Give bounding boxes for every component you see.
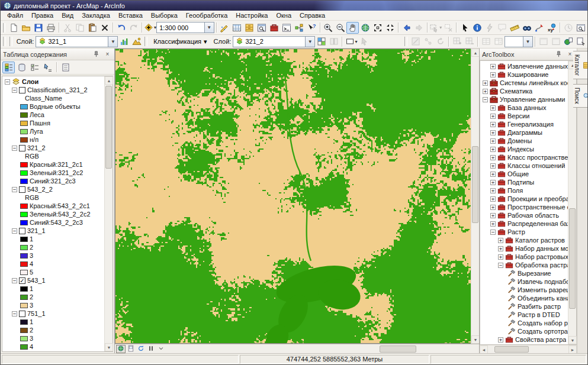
map-scale-combo[interactable]: 1:300 000▼: [156, 22, 214, 33]
legend-item-class1[interactable]: 1: [2, 285, 104, 293]
add-data-button[interactable]: ▾: [144, 22, 156, 34]
chevron-down-icon[interactable]: ▼: [523, 37, 532, 47]
toc-field-class-name[interactable]: Class_Name: [2, 94, 104, 102]
arctoolbox-scrollbar[interactable]: ▲ ▼: [568, 61, 576, 344]
toc-field-rgb[interactable]: RGB: [2, 193, 104, 202]
arctoolbox-node-0[interactable]: +Извлечение данных: [480, 62, 568, 70]
arctoolbox-horizontal-scrollbar[interactable]: ◄ ►: [480, 345, 577, 353]
menu-item-edit[interactable]: Правка: [27, 11, 57, 20]
arctoolbox-node-19[interactable]: +Распределенная база гео: [480, 219, 568, 228]
toc-layer-classification-321-2[interactable]: −Classification_321_2: [2, 86, 104, 94]
legend-item-class3[interactable]: 3: [2, 301, 104, 309]
find-button[interactable]: [520, 22, 533, 34]
arctoolbox-node-15[interactable]: +Поля: [480, 186, 568, 195]
expand-icon[interactable]: +: [490, 138, 496, 144]
arctoolbox-node-14[interactable]: +Подтипы: [480, 178, 568, 186]
editor-toolbar-button[interactable]: [219, 22, 231, 34]
catalog-window-button[interactable]: [243, 22, 256, 34]
legend-item-class2[interactable]: 2: [2, 293, 104, 301]
layer-checkbox[interactable]: [19, 145, 25, 151]
layer-checkbox[interactable]: [19, 228, 25, 234]
list-by-source-button[interactable]: [15, 62, 28, 73]
scroll-up-icon[interactable]: ▲: [471, 49, 480, 57]
legend-swatch[interactable]: [20, 336, 28, 341]
legend-item-red-band[interactable]: Красный:321_2c1: [2, 160, 104, 169]
model-builder-button[interactable]: [293, 22, 306, 34]
expand-icon[interactable]: +: [490, 105, 496, 111]
whats-this-button[interactable]: ?: [306, 22, 318, 34]
menu-item-help[interactable]: Справка: [295, 11, 329, 20]
effects-contrast-button[interactable]: [130, 35, 143, 47]
legend-item-class4[interactable]: 4: [2, 260, 104, 268]
draw-rectangle-button[interactable]: ▾: [344, 35, 358, 47]
legend-item-green-band[interactable]: Зеленый:543_2_2c2: [2, 210, 104, 218]
arctoolbox-window-button[interactable]: [268, 22, 281, 34]
legend-swatch[interactable]: [20, 303, 28, 308]
fixed-zoom-in-button[interactable]: [371, 22, 384, 34]
collapse-icon[interactable]: −: [483, 97, 488, 102]
go-back-extent-button[interactable]: [400, 22, 413, 34]
arctoolbox-node-12[interactable]: +Классы отношений: [480, 161, 568, 170]
collapse-icon[interactable]: −: [498, 263, 503, 268]
arctoolbox-node-29[interactable]: Разбить растр: [480, 302, 568, 311]
toc-layer-751-1[interactable]: −751_1: [2, 309, 104, 318]
viewer-tool-button-3[interactable]: [562, 35, 574, 47]
view-overflow-button[interactable]: [156, 345, 166, 353]
legend-swatch[interactable]: [20, 129, 28, 134]
map-vertical-scrollbar[interactable]: ▲ ▼: [471, 49, 479, 344]
expand-icon[interactable]: +: [490, 188, 496, 193]
identify-button[interactable]: [471, 22, 483, 34]
measure-button[interactable]: [508, 22, 520, 34]
legend-item-class1[interactable]: 1: [2, 318, 104, 326]
layer-checkbox[interactable]: ✓: [19, 277, 25, 284]
legend-item-class3[interactable]: 3: [2, 251, 104, 260]
expand-icon[interactable]: +: [490, 72, 496, 77]
pin-icon[interactable]: [92, 50, 101, 59]
expand-icon[interactable]: +: [490, 114, 496, 119]
scroll-down-icon[interactable]: ▼: [471, 335, 480, 344]
save-button[interactable]: [32, 22, 44, 34]
expand-icon[interactable]: +: [490, 64, 496, 69]
legend-swatch[interactable]: [20, 270, 28, 275]
arctoolbox-node-13[interactable]: +Общие: [480, 170, 568, 178]
arctoolbox-node-22[interactable]: +Набор данных мозаик: [480, 244, 568, 253]
map-horizontal-scrollbar[interactable]: [169, 345, 479, 353]
paste-button[interactable]: [86, 22, 98, 34]
legend-swatch[interactable]: [20, 104, 28, 109]
arctoolbox-node-5[interactable]: +База данных: [480, 104, 568, 112]
toolbar-grip[interactable]: [3, 23, 5, 33]
arctoolbox-node-24[interactable]: −Обработка растра: [480, 261, 568, 269]
legend-item-class2[interactable]: 2: [2, 326, 104, 334]
zoom-in-button[interactable]: [322, 22, 334, 34]
collapse-icon[interactable]: −: [12, 278, 17, 283]
legend-swatch[interactable]: [20, 179, 28, 184]
map-canvas[interactable]: [115, 49, 471, 343]
pause-drawing-button[interactable]: [146, 345, 156, 353]
toc-layer-321-1[interactable]: −321_1: [2, 227, 104, 235]
list-by-visibility-button[interactable]: [28, 62, 41, 73]
arctoolbox-node-18[interactable]: +Рабочая область: [480, 211, 568, 219]
zoom-out-button[interactable]: [334, 22, 346, 34]
legend-swatch[interactable]: [20, 121, 28, 126]
refresh-view-button[interactable]: [136, 345, 146, 353]
legend-item-water[interactable]: Водные объекты: [2, 102, 104, 111]
legend-swatch[interactable]: [20, 112, 28, 118]
toolbar-grip[interactable]: [3, 37, 6, 46]
arctoolbox-node-30[interactable]: Растр в DTED: [480, 311, 568, 319]
open-button[interactable]: [20, 22, 32, 34]
pin-icon[interactable]: [554, 50, 563, 59]
arctoolbox-node-33[interactable]: +Свойства растра: [480, 335, 568, 344]
collapse-icon[interactable]: −: [5, 79, 10, 85]
classification-grid-button[interactable]: [315, 35, 327, 47]
menu-item-geoprocessing[interactable]: Геообработка: [182, 11, 232, 20]
close-icon[interactable]: ×: [103, 50, 112, 59]
collapse-icon[interactable]: −: [12, 88, 17, 93]
expand-icon[interactable]: +: [498, 337, 503, 343]
data-view-button[interactable]: [116, 345, 126, 353]
legend-item-class4[interactable]: 4: [2, 343, 104, 351]
legend-swatch[interactable]: [20, 261, 28, 267]
menu-item-selection[interactable]: Выборка: [147, 11, 182, 20]
legend-item-settlement[interactable]: н/п: [2, 135, 104, 144]
arctoolbox-node-27[interactable]: Изменить разреши: [480, 286, 568, 294]
legend-item-class3[interactable]: 3: [2, 334, 104, 343]
